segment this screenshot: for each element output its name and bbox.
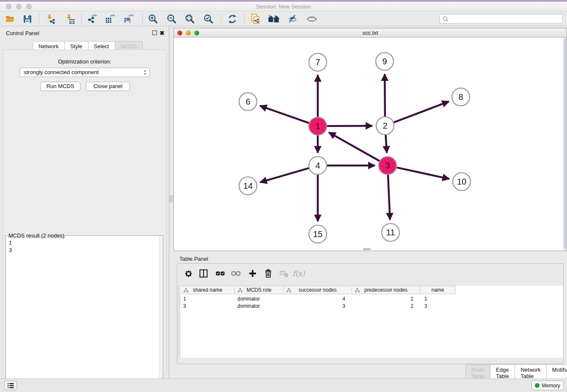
edge-3-1[interactable] <box>329 133 380 161</box>
toolbar-separator <box>39 14 39 24</box>
minimize-traffic-light[interactable] <box>16 4 22 9</box>
close-traffic-light[interactable] <box>6 4 11 9</box>
mcds-result-list: 13 <box>9 239 12 254</box>
float-panel-icon[interactable] <box>152 30 157 35</box>
network-canvas[interactable]: 7968124314101511 <box>174 38 567 251</box>
delete-table-icon[interactable] <box>278 267 290 280</box>
node-table[interactable]: shared nameMCDS rolesuccessor nodesprede… <box>177 286 563 358</box>
add-column-icon[interactable] <box>246 267 259 280</box>
network-graph: 7968124314101511 <box>174 38 562 251</box>
open-session-icon[interactable] <box>3 13 18 25</box>
cell-name[interactable]: 3 <box>420 303 456 310</box>
delete-column-icon[interactable] <box>262 267 275 280</box>
save-session-icon[interactable] <box>20 13 35 25</box>
show-graphics-details-icon[interactable] <box>285 13 300 25</box>
cell-MCDS-role[interactable]: dominator <box>235 295 284 303</box>
function-builder-icon[interactable]: f(x) <box>292 267 305 280</box>
edge-1-2[interactable] <box>327 126 372 126</box>
memory-status-icon <box>535 383 539 388</box>
memory-button[interactable]: Memory <box>531 381 564 390</box>
cell-shared-name[interactable]: 1 <box>181 295 235 303</box>
cell-successor-nodes[interactable]: 3 <box>284 303 352 310</box>
duplicate-network-icon[interactable] <box>248 13 263 25</box>
window-title: Session: New Session <box>0 2 567 11</box>
node-table-container: f(x) shared nameMCDS rolesuccessor nodes… <box>177 263 564 364</box>
toolbar-separator <box>81 14 82 24</box>
select-all-checkboxes-icon[interactable] <box>214 267 226 280</box>
main-toolbar <box>0 11 567 26</box>
deselect-all-checkboxes-icon[interactable] <box>229 267 242 280</box>
column-chooser-icon[interactable] <box>197 267 210 280</box>
zoom-fit-icon[interactable] <box>182 13 198 25</box>
zoom-in-icon[interactable] <box>146 13 161 25</box>
edge-1-6[interactable] <box>260 106 309 123</box>
node-label-6: 6 <box>245 97 250 106</box>
export-network-icon[interactable] <box>85 13 100 25</box>
network-overview-icon[interactable] <box>267 13 282 25</box>
zoom-selected-icon[interactable] <box>201 13 216 25</box>
splitter-grip[interactable] <box>170 196 173 202</box>
memory-label: Memory <box>542 383 560 389</box>
column-header-successor-nodes[interactable]: successor nodes <box>284 286 352 294</box>
window-titlebar: Session: New Session <box>0 2 567 11</box>
cell-MCDS-role[interactable]: dominator <box>235 303 284 310</box>
close-panel-icon[interactable]: ✖ <box>160 30 165 36</box>
status-bar: Memory <box>0 378 567 392</box>
export-image-icon[interactable] <box>121 13 137 25</box>
optimization-criterion-label: Optimization criterion: <box>3 58 166 65</box>
column-header-MCDS-role[interactable]: MCDS role <box>235 286 284 294</box>
cell-predecessor-nodes[interactable]: 2 <box>352 303 420 310</box>
network-vertical-scrollbar[interactable] <box>563 38 567 251</box>
table-panel-title: Table Panel <box>179 256 208 262</box>
table-toolbar: f(x) <box>177 264 563 283</box>
network-window: × − + scc.txt 7968124314101511 <box>173 28 567 251</box>
network-window-titlebar: × − + scc.txt <box>174 28 567 38</box>
cell-name[interactable]: 1 <box>420 295 456 303</box>
node-label-15: 15 <box>313 229 322 239</box>
application-window: Session: New Session <box>0 0 567 392</box>
toolbar-separator <box>244 14 245 24</box>
edge-2-8[interactable] <box>394 102 449 123</box>
node-label-10: 10 <box>457 177 466 186</box>
table-options-gear-icon[interactable] <box>182 267 195 280</box>
node-label-11: 11 <box>386 228 395 237</box>
export-table-icon[interactable] <box>103 13 118 25</box>
import-network-icon[interactable] <box>43 13 58 25</box>
zoom-traffic-light[interactable] <box>26 4 32 9</box>
task-history-button[interactable] <box>4 381 17 390</box>
mcds-result-title: MCDS result (2 nodes) <box>8 232 65 239</box>
edge-4-14[interactable] <box>260 168 309 182</box>
mcds-panel: Optimization criterion: strongly connect… <box>3 50 167 375</box>
network-maximize-icon[interactable]: + <box>194 30 199 36</box>
result-scrollbar[interactable] <box>159 236 162 392</box>
search-input[interactable] <box>450 15 560 23</box>
mcds-result-node: 1 <box>9 239 12 246</box>
mcds-result-box: MCDS result (2 nodes) 13 <box>6 235 163 392</box>
edge-2-9[interactable] <box>385 74 385 116</box>
cell-shared-name[interactable]: 3 <box>181 303 235 310</box>
close-panel-button[interactable]: Close panel <box>86 82 130 91</box>
column-header-shared-name[interactable]: shared name <box>181 286 235 294</box>
toolbar-separator <box>221 14 221 24</box>
column-header-name[interactable]: name <box>420 286 456 294</box>
refresh-layout-icon[interactable] <box>225 13 240 25</box>
bird-eye-view-icon[interactable] <box>304 13 319 25</box>
cell-successor-nodes[interactable]: 4 <box>284 295 352 303</box>
network-close-icon[interactable]: × <box>177 30 182 36</box>
network-horizontal-scroll-thumb[interactable] <box>363 248 371 250</box>
import-table-icon[interactable] <box>62 13 77 25</box>
zoom-out-icon[interactable] <box>164 13 179 25</box>
edge-3-10[interactable] <box>396 168 449 179</box>
network-minimize-icon[interactable]: − <box>186 30 191 36</box>
edge-3-11[interactable] <box>388 175 390 220</box>
cell-predecessor-nodes[interactable]: 1 <box>352 295 420 303</box>
column-header-predecessor-nodes[interactable]: predecessor nodes <box>352 286 420 294</box>
node-label-4: 4 <box>315 161 320 170</box>
search-field[interactable] <box>439 14 563 24</box>
toolbar-separator <box>142 14 143 24</box>
criterion-value: strongly connected component <box>24 69 99 75</box>
criterion-dropdown[interactable]: strongly connected component ▲▼ <box>19 68 150 77</box>
run-mcds-button[interactable]: Run MCDS <box>40 82 80 91</box>
edge-2-3[interactable] <box>385 135 387 153</box>
node-label-2: 2 <box>383 121 387 130</box>
